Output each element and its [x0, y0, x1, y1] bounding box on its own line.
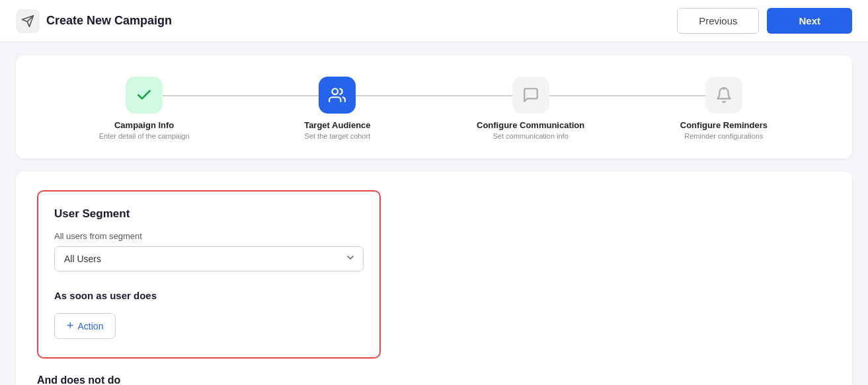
step-label-campaign-info: Campaign Info: [114, 120, 174, 130]
svg-point-0: [333, 88, 338, 94]
campaign-icon: [16, 9, 40, 33]
main-content: Campaign Info Enter detail of the campai…: [0, 42, 868, 385]
step-sublabel-campaign-info: Enter detail of the campaign: [99, 132, 190, 140]
previous-button[interactable]: Previous: [677, 8, 759, 34]
add-action-button[interactable]: + Action: [54, 313, 116, 339]
step-icon-target-audience: [319, 77, 356, 114]
and-not-section: And does not do Action: [37, 374, 831, 385]
step-sublabel-configure-reminders: Reminder configurations: [684, 132, 763, 140]
segment-dropdown-wrapper: All Users New Users Returning Users: [54, 246, 364, 271]
all-users-from-segment-label: All users from segment: [54, 231, 364, 241]
top-bar-actions: Previous Next: [677, 8, 852, 34]
step-label-configure-communication: Configure Communication: [477, 120, 584, 130]
as-soon-label: As soon as user does: [54, 290, 364, 301]
page-title: Create New Campaign: [46, 14, 172, 28]
step-icon-configure-reminders: [705, 77, 742, 114]
user-segment-title: User Segment: [54, 207, 364, 221]
next-button[interactable]: Next: [767, 8, 852, 34]
and-not-title: And does not do: [37, 374, 831, 385]
step-sublabel-configure-communication: Set communication info: [493, 132, 568, 140]
step-label-target-audience: Target Audience: [304, 120, 370, 130]
content-area: User Segment All users from segment All …: [16, 172, 852, 385]
step-icon-configure-communication: [512, 77, 549, 114]
top-bar-left: Create New Campaign: [16, 9, 172, 33]
step-icon-campaign-info: [126, 77, 163, 114]
stepper-card: Campaign Info Enter detail of the campai…: [16, 55, 852, 158]
step-configure-communication: Configure Communication Set communicatio…: [434, 77, 627, 140]
stepper: Campaign Info Enter detail of the campai…: [48, 77, 820, 140]
action-button-label: Action: [78, 321, 104, 332]
step-sublabel-target-audience: Set the target cohort: [305, 132, 371, 140]
step-configure-reminders: Configure Reminders Reminder configurati…: [627, 77, 820, 140]
step-campaign-info: Campaign Info Enter detail of the campai…: [48, 77, 241, 140]
segment-dropdown[interactable]: All Users New Users Returning Users: [54, 246, 364, 271]
top-bar: Create New Campaign Previous Next: [0, 0, 868, 42]
plus-icon: +: [67, 319, 74, 333]
step-target-audience: Target Audience Set the target cohort: [241, 77, 434, 140]
user-segment-box: User Segment All users from segment All …: [37, 190, 381, 359]
step-label-configure-reminders: Configure Reminders: [680, 120, 768, 130]
